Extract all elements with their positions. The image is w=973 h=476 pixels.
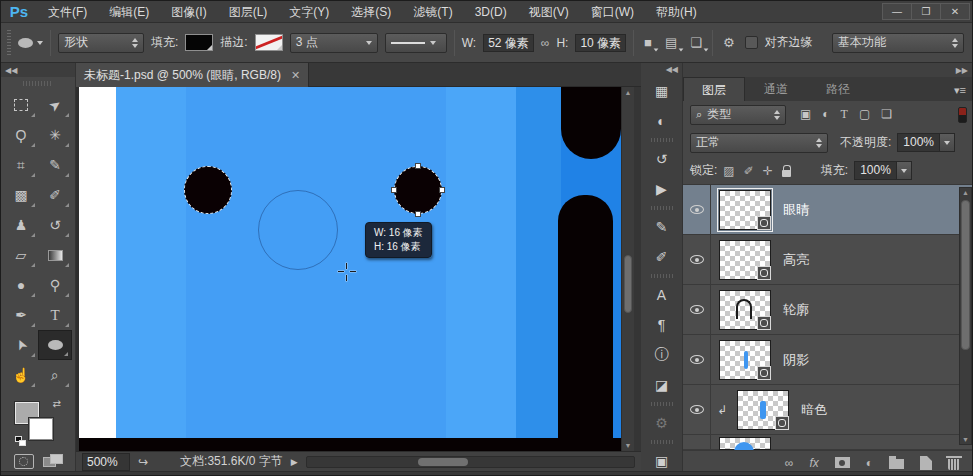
screen-mode-button[interactable] xyxy=(43,454,63,469)
dock-grip[interactable] xyxy=(641,400,682,408)
layer-thumbnail[interactable] xyxy=(719,340,771,380)
transform-handle-top[interactable] xyxy=(415,163,421,169)
close-button[interactable]: ✕ xyxy=(940,3,970,20)
swap-colors-icon[interactable]: ⇄ xyxy=(53,398,61,409)
options-grip[interactable] xyxy=(7,30,11,56)
document-tab[interactable]: 未标题-1.psd @ 500% (眼睛, RGB/8) ✕ xyxy=(76,63,309,87)
dock-grip[interactable] xyxy=(641,204,682,212)
tool-mode-select[interactable]: 形状 xyxy=(58,33,144,53)
magic-wand-tool[interactable]: ✳ xyxy=(38,120,72,150)
scroll-up-icon[interactable]: ▲ xyxy=(960,189,971,196)
menu-select[interactable]: 选择(S) xyxy=(340,1,402,23)
layer-name[interactable]: 暗色 xyxy=(801,401,827,419)
menu-file[interactable]: 文件(F) xyxy=(37,1,98,23)
dodge-tool[interactable]: ⚲ xyxy=(38,270,72,300)
menu-3d[interactable]: 3D(D) xyxy=(464,1,518,23)
default-colors-icon[interactable] xyxy=(15,436,27,446)
tab-close-icon[interactable]: ✕ xyxy=(291,69,300,82)
filter-kind-select[interactable]: ⌕ 类型 xyxy=(690,105,786,125)
filter-smart-objects-icon[interactable]: ❏ xyxy=(881,107,892,122)
lock-position-icon[interactable]: ✛ xyxy=(763,164,773,178)
dock-grip[interactable] xyxy=(641,438,682,446)
layer-name[interactable]: 高亮 xyxy=(783,251,809,269)
filter-type-layers-icon[interactable]: T xyxy=(841,107,848,122)
menu-layer[interactable]: 图层(L) xyxy=(218,1,279,23)
move-tool[interactable]: ➤ xyxy=(38,90,72,120)
maximize-button[interactable]: ❐ xyxy=(911,3,941,20)
menu-edit[interactable]: 编辑(E) xyxy=(98,1,160,23)
link-layers-icon[interactable]: ∞ xyxy=(785,456,794,470)
tab-channels[interactable]: 通道 xyxy=(745,77,807,101)
layer-thumbnail[interactable] xyxy=(737,390,789,430)
panel-expand-button[interactable]: ▶▶ xyxy=(683,63,973,77)
filter-toggle-switch[interactable] xyxy=(958,107,967,123)
visibility-toggle[interactable] xyxy=(683,235,711,284)
visibility-toggle[interactable] xyxy=(683,285,711,334)
quick-mask-button[interactable] xyxy=(14,454,34,469)
brush-presets-panel-button[interactable]: ✐ xyxy=(641,242,682,272)
opacity-control[interactable]: 100% xyxy=(897,133,955,152)
vertical-scroll-thumb[interactable] xyxy=(624,255,632,313)
geometry-options-button[interactable]: ⚙ xyxy=(720,33,738,52)
dock-collapse-button[interactable]: ◀◀ xyxy=(641,63,682,76)
layer-thumbnail[interactable] xyxy=(719,190,771,230)
tab-layers[interactable]: 图层 xyxy=(683,77,745,101)
pen-tool[interactable]: ✒ xyxy=(4,300,38,330)
brush-tool[interactable]: ✐ xyxy=(38,180,72,210)
history-panel-button[interactable]: ↺ xyxy=(641,144,682,174)
tool-preset-picker[interactable] xyxy=(18,38,43,48)
background-color-swatch[interactable] xyxy=(29,418,53,440)
menu-window[interactable]: 窗口(W) xyxy=(580,1,645,23)
new-group-icon[interactable] xyxy=(889,459,904,469)
visibility-toggle[interactable] xyxy=(683,185,711,234)
dock-grip[interactable] xyxy=(641,272,682,280)
scroll-up-icon[interactable]: ▲ xyxy=(622,89,634,96)
properties-panel-button[interactable]: ◪ xyxy=(641,370,682,400)
layer-style-icon[interactable]: fx xyxy=(809,456,818,470)
canvas-horizontal-scrollbar[interactable] xyxy=(306,456,635,468)
tab-paths[interactable]: 路径 xyxy=(807,77,869,101)
menu-type[interactable]: 文字(Y) xyxy=(278,1,340,23)
tools-collapse-button[interactable]: ◀◀ xyxy=(1,63,75,77)
transform-handle-right[interactable] xyxy=(439,187,445,193)
dock-grip[interactable] xyxy=(641,136,682,144)
rectangular-marquee-tool[interactable] xyxy=(4,90,38,120)
fill-swatch[interactable] xyxy=(185,34,213,51)
layer-row-outline[interactable]: 轮廓 xyxy=(683,285,973,335)
eraser-tool[interactable]: ▱ xyxy=(4,240,38,270)
layer-thumbnail[interactable] xyxy=(719,290,771,330)
horizontal-scroll-thumb[interactable] xyxy=(418,458,468,466)
layers-scrollbar[interactable]: ▲ ▼ xyxy=(959,187,972,445)
opacity-value[interactable]: 100% xyxy=(897,133,940,152)
actions-panel-button[interactable]: ▶ xyxy=(641,174,682,204)
tools-grip[interactable] xyxy=(23,81,53,86)
layers-scroll-thumb[interactable] xyxy=(961,200,970,350)
hand-tool[interactable]: ☝ xyxy=(4,360,38,390)
visibility-toggle[interactable] xyxy=(683,335,711,384)
clone-stamp-tool[interactable]: ♟ xyxy=(4,210,38,240)
shape-height-input[interactable]: 10 像素 xyxy=(575,34,626,52)
clone-source-panel-button[interactable]: ⚙ xyxy=(641,408,682,438)
stroke-swatch[interactable] xyxy=(255,34,283,51)
path-selection-tool[interactable]: ➤ xyxy=(4,330,38,360)
swatches-panel-button[interactable]: ▦ xyxy=(641,76,682,106)
lock-transparency-icon[interactable]: ▨ xyxy=(723,164,734,178)
fill-value[interactable]: 100% xyxy=(854,161,897,180)
layer-name[interactable]: 眼睛 xyxy=(783,201,809,219)
color-panel-button[interactable]: ◐ xyxy=(641,106,682,136)
crop-tool[interactable]: ⌗ xyxy=(4,150,38,180)
filter-pixel-layers-icon[interactable]: ▣ xyxy=(800,107,811,122)
stroke-type-select[interactable] xyxy=(385,33,447,53)
scroll-down-icon[interactable]: ▼ xyxy=(622,442,634,449)
path-alignment-button[interactable]: ▤ xyxy=(662,33,680,52)
add-mask-icon[interactable] xyxy=(835,457,850,468)
blur-tool[interactable]: ● xyxy=(4,270,38,300)
menu-help[interactable]: 帮助(H) xyxy=(645,1,708,23)
menu-filter[interactable]: 滤镜(T) xyxy=(402,1,463,23)
layer-row-partial[interactable] xyxy=(683,435,973,450)
adjustment-layer-icon[interactable]: ◐ xyxy=(866,456,873,470)
link-dimensions-icon[interactable]: ∞ xyxy=(541,36,550,50)
visibility-toggle[interactable] xyxy=(683,435,711,449)
visibility-toggle[interactable] xyxy=(683,385,711,434)
layer-row-shadow[interactable]: 阴影 xyxy=(683,335,973,385)
